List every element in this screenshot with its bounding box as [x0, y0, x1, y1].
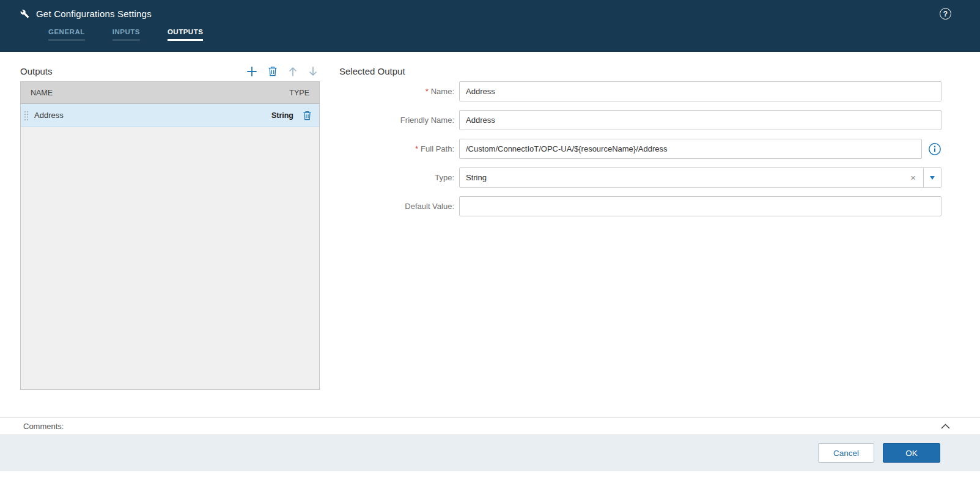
- comments-collapse-button[interactable]: [940, 422, 951, 430]
- type-input[interactable]: [459, 167, 924, 188]
- ok-button[interactable]: OK: [883, 443, 940, 463]
- outputs-panel: Outputs: [20, 61, 320, 417]
- add-output-button[interactable]: [246, 66, 257, 77]
- wrench-icon: [20, 9, 29, 18]
- outputs-panel-header: Outputs: [20, 61, 320, 81]
- tab-inputs[interactable]: INPUTS: [112, 28, 140, 41]
- outputs-list-empty-area: [21, 127, 319, 389]
- comments-bar: Comments:: [0, 417, 980, 435]
- required-marker: *: [426, 87, 429, 96]
- help-icon[interactable]: ?: [940, 8, 951, 20]
- full-path-label-text: Full Path:: [421, 144, 454, 153]
- title-row: Get Configurations Settings: [20, 9, 980, 19]
- name-field-row: *Name:: [339, 81, 941, 101]
- selected-output-title: Selected Output: [339, 61, 941, 81]
- tab-bar: GENERAL INPUTS OUTPUTS: [48, 28, 980, 41]
- selected-output-panel: Selected Output *Name: Friendly Name: *F…: [339, 61, 941, 417]
- dialog-footer: Cancel OK: [0, 435, 980, 471]
- name-label: *Name:: [339, 87, 454, 96]
- column-header-type: TYPE: [289, 89, 309, 97]
- move-output-down-button[interactable]: [308, 66, 318, 77]
- delete-output-button[interactable]: [268, 66, 278, 76]
- trash-icon: [303, 111, 312, 120]
- dialog-title: Get Configurations Settings: [36, 9, 152, 19]
- trash-icon: [268, 66, 278, 76]
- outputs-panel-title: Outputs: [20, 66, 53, 76]
- cancel-button[interactable]: Cancel: [818, 443, 874, 463]
- arrow-down-icon: [308, 66, 318, 77]
- full-path-field-row: *Full Path:: [339, 139, 941, 159]
- full-path-label: *Full Path:: [339, 144, 454, 153]
- outputs-list: NAME TYPE Address String: [20, 81, 320, 390]
- chevron-up-icon: [941, 424, 950, 429]
- comments-label: Comments:: [23, 422, 64, 431]
- required-marker: *: [415, 144, 418, 153]
- type-dropdown-button[interactable]: [923, 167, 941, 188]
- friendly-name-field-row: Friendly Name:: [339, 110, 941, 130]
- default-value-input[interactable]: [459, 196, 941, 216]
- friendly-name-input[interactable]: [459, 110, 941, 130]
- tab-general[interactable]: GENERAL: [48, 28, 85, 41]
- full-path-input[interactable]: [459, 139, 922, 159]
- tab-outputs[interactable]: OUTPUTS: [168, 28, 203, 41]
- clear-type-button[interactable]: ×: [907, 167, 919, 188]
- main-content: Outputs: [0, 52, 980, 417]
- output-row-name: Address: [34, 111, 271, 120]
- dialog-header: Get Configurations Settings ? GENERAL IN…: [0, 0, 980, 52]
- row-delete-button[interactable]: [303, 111, 312, 120]
- outputs-toolbar: [246, 66, 320, 77]
- plus-icon: [246, 66, 257, 77]
- friendly-name-label: Friendly Name:: [339, 116, 454, 125]
- default-value-label: Default Value:: [339, 202, 454, 211]
- full-path-info-button[interactable]: [928, 142, 941, 156]
- outputs-list-header: NAME TYPE: [21, 82, 319, 104]
- info-icon: [928, 142, 941, 156]
- type-label: Type:: [339, 173, 454, 182]
- move-output-up-button[interactable]: [288, 66, 298, 77]
- output-row[interactable]: Address String: [21, 104, 319, 127]
- output-row-type: String: [271, 111, 293, 120]
- bottom-spacer: [0, 471, 980, 481]
- name-input[interactable]: [459, 81, 941, 101]
- arrow-up-icon: [288, 66, 298, 77]
- type-combobox: ×: [459, 167, 941, 188]
- type-field-row: Type: ×: [339, 167, 941, 188]
- column-header-name: NAME: [31, 89, 53, 97]
- drag-handle-icon[interactable]: [24, 110, 29, 121]
- get-configurations-settings-dialog: Get Configurations Settings ? GENERAL IN…: [0, 0, 980, 481]
- name-label-text: Name:: [431, 87, 454, 96]
- chevron-down-icon: [930, 176, 935, 180]
- default-value-field-row: Default Value:: [339, 196, 941, 216]
